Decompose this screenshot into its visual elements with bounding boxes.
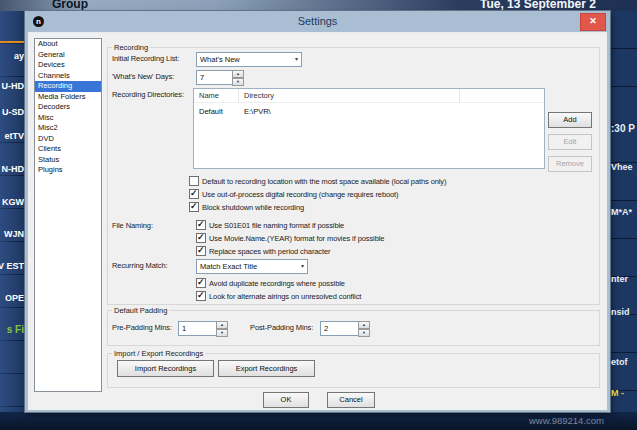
check-icon: ✓ bbox=[190, 188, 198, 198]
checkbox-alternate-airings[interactable]: ✓ bbox=[196, 291, 206, 301]
program-label: M - bbox=[611, 388, 624, 398]
sidebar-item-devices[interactable]: Devices bbox=[35, 60, 101, 71]
checkbox-most-space[interactable] bbox=[189, 176, 199, 186]
column-header-name[interactable]: Name bbox=[199, 89, 219, 102]
sidebar-item-dvd[interactable]: DVD bbox=[35, 134, 101, 145]
recording-group-label: Recording bbox=[112, 43, 150, 52]
pre-padding-label: Pre-Padding Mins: bbox=[112, 323, 172, 332]
dialog-body: About General Devices Channels Recording… bbox=[28, 32, 607, 410]
sidebar-item-clients[interactable]: Clients bbox=[35, 144, 101, 155]
sidebar-item-misc2[interactable]: Misc2 bbox=[35, 123, 101, 134]
spin-down-icon[interactable]: ▼ bbox=[232, 78, 244, 86]
checkbox-avoid-duplicates-label: Avoid duplicate recordings where possibl… bbox=[209, 279, 345, 288]
post-padding-stepper[interactable]: ▲ ▼ bbox=[358, 321, 370, 335]
spin-down-icon[interactable]: ▼ bbox=[216, 329, 228, 337]
chevron-down-icon: ▾ bbox=[301, 260, 304, 273]
dialog-title-bar[interactable]: n Settings ✕ bbox=[25, 11, 610, 32]
ok-button[interactable]: OK bbox=[263, 392, 309, 408]
post-padding-label: Post-Padding Mins: bbox=[250, 323, 313, 332]
whats-new-days-input[interactable]: 7 bbox=[196, 70, 234, 85]
import-recordings-button[interactable]: Import Recordings bbox=[117, 360, 214, 377]
column-header-directory[interactable]: Directory bbox=[244, 89, 274, 102]
channel-label: U-SD bbox=[2, 107, 24, 117]
channel-label: s Fi bbox=[7, 324, 24, 335]
close-icon[interactable]: ✕ bbox=[580, 13, 606, 31]
check-icon: ✓ bbox=[190, 201, 198, 211]
sidebar-item-recording[interactable]: Recording bbox=[35, 81, 101, 92]
check-icon: ✓ bbox=[197, 219, 205, 229]
checkbox-s01e01-label: Use S01E01 file naming format if possibl… bbox=[209, 221, 344, 230]
sidebar-item-media-folders[interactable]: Media Folders bbox=[35, 92, 101, 103]
cancel-button[interactable]: Cancel bbox=[327, 392, 375, 408]
initial-recording-list-label: Initial Recording List: bbox=[112, 54, 179, 63]
sidebar-item-decoders[interactable]: Decoders bbox=[35, 102, 101, 113]
program-label: M*A* bbox=[611, 207, 632, 217]
recording-directories-table: Name Directory Default E:\PVR\ bbox=[193, 88, 545, 169]
checkbox-alternate-airings-label: Look for alternate airings on unresolved… bbox=[209, 292, 361, 301]
initial-recording-list-dropdown[interactable]: What's New ▾ bbox=[196, 52, 302, 67]
import-export-group-label: Import / Export Recordings bbox=[112, 349, 205, 358]
checkbox-replace-spaces-label: Replace spaces with period character bbox=[209, 247, 330, 256]
recording-directories-label: Recording Directories: bbox=[112, 90, 184, 99]
check-icon: ✓ bbox=[197, 290, 205, 300]
check-icon: ✓ bbox=[197, 232, 205, 242]
recurring-match-value: Match Exact Title bbox=[200, 262, 257, 271]
post-padding-input[interactable]: 2 bbox=[320, 321, 360, 336]
spin-up-icon[interactable]: ▲ bbox=[232, 70, 244, 78]
epg-accent-line bbox=[0, 41, 25, 43]
settings-dialog: n Settings ✕ About General Devices Chann… bbox=[25, 11, 610, 412]
epg-channel-column: ay U-HD U-SD etTV N-HD KGW WJN V EST OPE… bbox=[0, 11, 25, 412]
remove-button: Remove bbox=[548, 156, 592, 172]
checkbox-most-space-label: Default to recording location with the m… bbox=[202, 177, 446, 186]
pre-padding-stepper[interactable]: ▲ ▼ bbox=[216, 321, 228, 335]
checkbox-avoid-duplicates[interactable]: ✓ bbox=[196, 278, 206, 288]
chevron-down-icon: ▾ bbox=[295, 53, 298, 66]
epg-program-column: :30 P Vhee M*A* nter nsid etof M - bbox=[610, 11, 637, 412]
checkbox-replace-spaces[interactable]: ✓ bbox=[196, 246, 206, 256]
check-icon: ✓ bbox=[197, 245, 205, 255]
epg-bottom-bar: www.989214.com bbox=[0, 412, 637, 430]
pre-padding-input[interactable]: 1 bbox=[178, 321, 218, 336]
sidebar-item-channels[interactable]: Channels bbox=[35, 71, 101, 82]
default-padding-group-label: Default Padding bbox=[112, 306, 169, 315]
spin-down-icon[interactable]: ▼ bbox=[358, 329, 370, 337]
recurring-match-dropdown[interactable]: Match Exact Title ▾ bbox=[196, 259, 308, 274]
checkbox-movie-name-year[interactable]: ✓ bbox=[196, 233, 206, 243]
channel-label: WJN bbox=[4, 229, 24, 239]
checkbox-s01e01[interactable]: ✓ bbox=[196, 220, 206, 230]
sidebar-item-general[interactable]: General bbox=[35, 50, 101, 61]
sidebar-item-misc[interactable]: Misc bbox=[35, 113, 101, 124]
edit-button: Edit bbox=[548, 134, 592, 150]
table-header: Name Directory bbox=[194, 89, 544, 103]
checkbox-block-shutdown[interactable]: ✓ bbox=[189, 202, 199, 212]
file-naming-label: File Naming: bbox=[112, 221, 153, 230]
add-button[interactable]: Add bbox=[548, 112, 592, 128]
sidebar-item-about[interactable]: About bbox=[35, 39, 101, 50]
column-separator bbox=[238, 89, 239, 102]
spin-up-icon[interactable]: ▲ bbox=[216, 321, 228, 329]
channel-label: U-HD bbox=[2, 81, 25, 91]
sidebar-item-status[interactable]: Status bbox=[35, 155, 101, 166]
program-label: nsid bbox=[611, 307, 630, 317]
channel-label: KGW bbox=[2, 197, 24, 207]
sidebar-item-plugins[interactable]: Plugins bbox=[35, 165, 101, 176]
recurring-match-label: Recurring Match: bbox=[112, 261, 168, 270]
program-label: nter bbox=[611, 274, 628, 284]
epg-group-label: Group bbox=[52, 0, 88, 11]
channel-label: OPE bbox=[5, 293, 24, 303]
check-icon: ✓ bbox=[197, 277, 205, 287]
program-label: etof bbox=[611, 357, 628, 367]
checkbox-movie-name-year-label: Use Movie.Name.(YEAR) format for movies … bbox=[209, 234, 384, 243]
spin-up-icon[interactable]: ▲ bbox=[358, 321, 370, 329]
channel-label: N-HD bbox=[2, 164, 25, 174]
export-recordings-button[interactable]: Export Recordings bbox=[218, 360, 315, 377]
settings-category-list: About General Devices Channels Recording… bbox=[34, 38, 102, 392]
whats-new-days-stepper[interactable]: ▲ ▼ bbox=[232, 70, 244, 84]
directory-path-cell: E:\PVR\ bbox=[244, 107, 271, 116]
epg-date-label: Tue, 13 September 2 bbox=[480, 0, 637, 11]
whats-new-days-label: 'What's New' Days: bbox=[112, 72, 174, 81]
directory-name-cell: Default bbox=[199, 107, 223, 116]
checkbox-out-of-process[interactable]: ✓ bbox=[189, 189, 199, 199]
initial-recording-list-value: What's New bbox=[200, 55, 240, 64]
program-label: :30 P bbox=[611, 123, 635, 134]
